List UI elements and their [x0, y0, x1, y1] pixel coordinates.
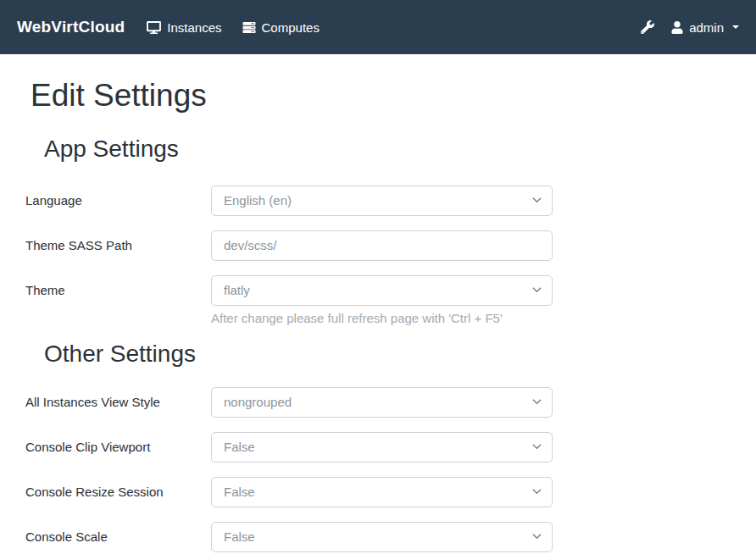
field-label-clip-viewport: Console Clip Viewport — [25, 440, 211, 454]
nav-item-label: Instances — [167, 20, 221, 35]
form-row-clip-viewport: Console Clip Viewport False — [25, 432, 553, 463]
language-select[interactable]: English (en) — [211, 186, 553, 216]
select-wrap: English (en) — [211, 186, 553, 216]
select-wrap: nongrouped — [211, 387, 553, 418]
field-label-resize-session: Console Resize Session — [25, 485, 211, 499]
main-content: Edit Settings App Settings Language Engl… — [0, 77, 756, 552]
resize-session-select[interactable]: False — [211, 477, 553, 507]
wrench-icon[interactable] — [641, 20, 654, 34]
form-row-sass-path: Theme SASS Path — [25, 230, 553, 261]
server-icon — [242, 21, 256, 34]
select-wrap: False — [211, 477, 553, 507]
theme-select[interactable]: flatly — [211, 275, 553, 306]
field-label-theme: Theme — [25, 275, 211, 306]
field-label-language: Language — [25, 193, 211, 208]
view-style-select[interactable]: nongrouped — [211, 387, 553, 418]
select-wrap: False — [211, 522, 553, 552]
navbar-right: admin — [641, 20, 739, 35]
field-label-view-style: All Instances View Style — [25, 395, 211, 409]
nav-item-label: Computes — [262, 20, 320, 35]
page-title: Edit Settings — [31, 77, 756, 114]
form-row-language: Language English (en) — [25, 186, 553, 216]
monitor-icon — [147, 21, 161, 34]
theme-help-text: After change please full refresh page wi… — [211, 311, 553, 325]
caret-down-icon — [732, 25, 739, 29]
user-icon — [671, 21, 683, 34]
form-row-theme: Theme flatly After change please full re… — [25, 275, 553, 325]
username: admin — [689, 20, 724, 35]
form-row-view-style: All Instances View Style nongrouped — [25, 387, 553, 418]
user-menu[interactable]: admin — [671, 20, 739, 35]
brand-webvirtcloud[interactable]: WebVirtCloud — [17, 18, 125, 36]
form-row-resize-session: Console Resize Session False — [25, 477, 553, 507]
console-scale-select[interactable]: False — [211, 522, 553, 552]
navbar: WebVirtCloud Instances Computes admin — [0, 0, 756, 54]
sass-path-input[interactable] — [211, 230, 553, 261]
select-wrap: flatly After change please full refresh … — [211, 275, 553, 325]
section-heading-app-settings: App Settings — [44, 135, 756, 163]
nav-item-instances[interactable]: Instances — [147, 20, 221, 35]
input-wrap — [211, 230, 553, 261]
clip-viewport-select[interactable]: False — [211, 432, 553, 463]
section-heading-other-settings: Other Settings — [44, 340, 756, 368]
field-label-sass-path: Theme SASS Path — [25, 238, 211, 252]
nav-item-computes[interactable]: Computes — [242, 20, 320, 35]
field-label-console-scale: Console Scale — [25, 529, 211, 544]
form-row-console-scale: Console Scale False — [25, 522, 553, 552]
select-wrap: False — [211, 432, 553, 463]
